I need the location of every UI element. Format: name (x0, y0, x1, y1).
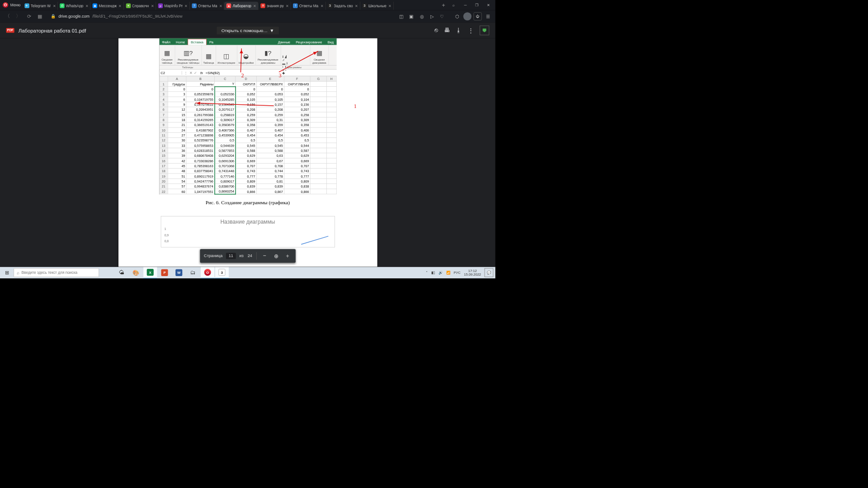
tab-close-icon[interactable]: ✕ (151, 4, 154, 8)
tab-close-icon[interactable]: ✕ (286, 4, 288, 8)
url-field[interactable]: 🔒 drive.google.com/file/d/1_-FnsgDW1rb95… (47, 12, 394, 21)
taskbar-paint[interactable]: 🎨 (129, 267, 142, 279)
url-host: drive.google.com (58, 14, 90, 19)
tray-chevron-icon[interactable]: ˄ (426, 271, 428, 274)
tray-battery-icon[interactable]: ▮▯ (431, 271, 435, 274)
browser-tab[interactable]: ЗЗадать сво✕ (326, 2, 360, 10)
browser-tab[interactable]: ?Ответы Ma✕ (190, 2, 225, 10)
browser-tab[interactable]: ?Ответы Ma✕ (291, 2, 326, 10)
row-header: 8 (160, 117, 168, 122)
tab-close-icon[interactable]: ✕ (53, 4, 56, 8)
grid-cell: 57 (168, 184, 186, 189)
tray-lang[interactable]: РУС (454, 271, 461, 274)
row-header: 1 (160, 81, 168, 86)
grid-cell: 0,777146 (215, 174, 236, 178)
browser-tab[interactable]: Язнания ру✕ (259, 2, 291, 10)
page-of: из (239, 253, 244, 258)
vpn-badge[interactable]: ⏻ (473, 12, 481, 20)
profile-avatar[interactable] (463, 12, 472, 20)
page-current[interactable]: 11 (226, 253, 236, 259)
tab-close-icon[interactable]: ✕ (184, 4, 187, 8)
print-icon[interactable]: 🖶 (444, 27, 450, 34)
row-header: 2 (160, 86, 168, 91)
zoom-in-button[interactable]: ＋ (283, 252, 292, 261)
tab-favicon: Я (260, 4, 265, 9)
ribbon-rec-pivot: Рекомендуемые сводные таблицы (176, 58, 200, 65)
search-icon: ⌕ (17, 270, 19, 275)
system-tray: ˄ ▮▯ 🔊 📶 РУС 17:12 15.09.2022 💬 (424, 268, 495, 277)
taskbar-weather[interactable]: 🌤 (115, 267, 128, 279)
browser-tab[interactable]: µMapInfo Pr✕ (156, 2, 190, 10)
pdf-badge: PDF (6, 28, 14, 33)
taskbar-explorer[interactable]: 🗂 (186, 267, 200, 279)
taskbar-excel[interactable]: X (143, 267, 157, 279)
tab-close-icon[interactable]: ✕ (219, 4, 222, 8)
screenshot-icon[interactable]: ◎ (418, 12, 426, 20)
browser-menu-button[interactable]: Меню (10, 3, 20, 7)
tab-close-icon[interactable]: ✕ (118, 4, 121, 8)
page-label: Страница (203, 253, 223, 258)
taskbar-znanija[interactable]: З (215, 267, 229, 279)
tray-notifications-icon[interactable]: 💬 (485, 268, 494, 277)
browser-tab[interactable]: ✈Telegram W✕ (23, 2, 58, 10)
new-tab-button[interactable]: ＋ (438, 1, 449, 9)
grid-cell: 0,105 (256, 97, 284, 102)
snapshot-icon[interactable]: ▣ (407, 12, 415, 20)
browser-tab[interactable]: ◉Мессендж✕ (90, 2, 124, 10)
download-icon[interactable]: ⭳ (456, 27, 462, 34)
tray-date: 15.09.2022 (464, 272, 481, 276)
browser-tab[interactable]: ✶Справочн✕ (124, 2, 156, 10)
sidebar-icon[interactable]: ◫ (397, 12, 405, 20)
tab-close-icon[interactable]: ✕ (355, 4, 358, 8)
taskbar-word[interactable]: W (172, 267, 186, 279)
send-icon[interactable]: ▷ (428, 12, 436, 20)
close-window-button[interactable]: ✕ (484, 1, 493, 9)
toolbar-right: ◫ ▣ ◎ ▷ ♡ ⬡ ⏻ ☰ (397, 12, 492, 20)
zoom-reset-button[interactable]: ⊕ (272, 252, 281, 261)
google-account-button[interactable] (480, 26, 489, 35)
tab-close-icon[interactable]: ✕ (321, 4, 323, 8)
tab-favicon: З (328, 4, 333, 9)
reload-button[interactable]: ⟳ (25, 13, 33, 20)
start-button[interactable]: ⊞ (0, 267, 14, 279)
back-button[interactable]: 〈 (4, 13, 11, 20)
tray-volume-icon[interactable]: 🔊 (439, 271, 443, 274)
easy-setup-icon[interactable]: ☰ (484, 12, 492, 20)
extensions-icon[interactable]: ⬡ (453, 12, 461, 20)
open-with-button[interactable]: Открыть с помощью… ▼ (217, 27, 279, 34)
grid-cell: 0,7431448 (215, 169, 236, 174)
heart-icon[interactable]: ♡ (438, 12, 446, 20)
grid-cell: 60 (168, 189, 186, 194)
maximize-button[interactable]: ❐ (472, 1, 481, 9)
row-header: 20 (160, 178, 168, 183)
speed-dial-button[interactable]: ▦ (36, 13, 44, 20)
grid-cell: 0,053 (256, 92, 284, 97)
browser-tab[interactable]: ЗШкольные✕ (360, 2, 394, 10)
tab-search-icon[interactable]: ⌕ (449, 1, 458, 9)
browser-tab[interactable]: ▲Лаборатор✕ (224, 2, 258, 10)
more-icon[interactable]: ⋮ (468, 27, 474, 34)
browser-tab[interactable]: ✆WhatsApp✕ (58, 2, 90, 10)
tab-close-icon[interactable]: ✕ (85, 4, 88, 8)
opera-logo-icon[interactable]: O (3, 2, 8, 8)
tray-wifi-icon[interactable]: 📶 (446, 271, 450, 274)
row-header: 16 (160, 158, 168, 163)
grid-cell: 36 (168, 148, 186, 153)
tab-close-icon[interactable]: ✕ (253, 4, 256, 8)
taskbar-opera[interactable]: O (201, 267, 214, 279)
tray-clock[interactable]: 17:12 15.09.2022 (464, 269, 481, 277)
zoom-out-button[interactable]: − (260, 252, 269, 261)
windows-search[interactable]: ⌕ Введите здесь текст для поиска (14, 268, 99, 277)
name-box: C2 (159, 71, 182, 75)
row-header: 4 (160, 97, 168, 102)
add-shortcut-icon[interactable]: ⎋ (434, 27, 438, 34)
grid-cell: 0,309 (284, 117, 310, 122)
tab-favicon: ? (293, 4, 298, 9)
forward-button[interactable]: 〉 (14, 13, 22, 20)
grid-cell: 12 (168, 107, 186, 112)
tab-close-icon[interactable]: ✕ (388, 4, 391, 8)
grid-cell: 0,545 (256, 143, 284, 148)
minimize-button[interactable]: ─ (461, 1, 470, 9)
pdf-viewport[interactable]: Файл Home Вставка Ра Данные Рецензирован… (0, 38, 495, 267)
taskbar-powerpoint[interactable]: P (158, 267, 171, 279)
